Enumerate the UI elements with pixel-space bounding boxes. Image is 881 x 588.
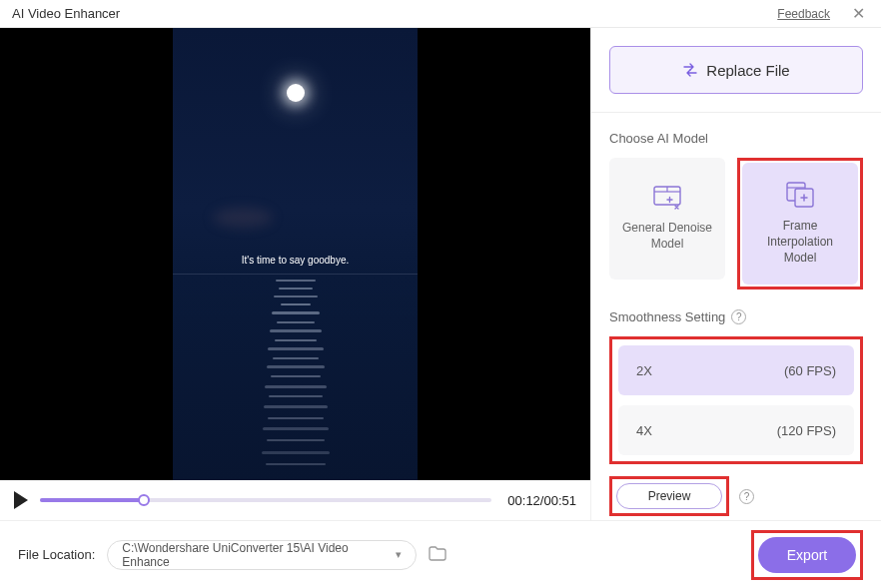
- denoise-icon: [653, 186, 681, 210]
- help-icon[interactable]: ?: [731, 309, 746, 324]
- video-area[interactable]: It's time to say goodbye.: [0, 28, 590, 480]
- smoothness-2x-fps: (60 FPS): [784, 363, 836, 378]
- model-options: General Denoise Model Frame Interpolatio…: [609, 158, 863, 290]
- file-location-label: File Location:: [18, 547, 95, 562]
- seek-thumb[interactable]: [138, 494, 150, 506]
- video-frame: It's time to say goodbye.: [173, 28, 418, 480]
- feedback-link[interactable]: Feedback: [777, 7, 830, 21]
- smoothness-2x-option[interactable]: 2X (60 FPS): [618, 345, 854, 395]
- highlight-model: Frame Interpolation Model: [737, 158, 863, 290]
- titlebar: AI Video Enhancer Feedback ✕: [0, 0, 881, 28]
- smoothness-2x-mult: 2X: [636, 363, 652, 378]
- interpolation-icon: [786, 182, 814, 208]
- chevron-down-icon: ▾: [396, 548, 402, 561]
- moon-graphic: [287, 84, 305, 102]
- file-location-path: C:\Wondershare UniConverter 15\AI Video …: [122, 541, 396, 569]
- playback-controls: 00:12/00:51: [0, 480, 590, 520]
- highlight-preview: Preview: [609, 476, 729, 516]
- interpolation-model-card[interactable]: Frame Interpolation Model: [742, 163, 858, 285]
- settings-pane: Replace File Choose AI Model General Den…: [590, 28, 881, 520]
- denoise-model-card[interactable]: General Denoise Model: [609, 158, 725, 280]
- smoothness-section-label: Smoothness Setting ?: [609, 309, 863, 324]
- play-icon[interactable]: [14, 491, 28, 509]
- cloud-graphic: [213, 208, 273, 228]
- model-section-label: Choose AI Model: [609, 131, 863, 146]
- smoothness-section-text: Smoothness Setting: [609, 309, 725, 324]
- smoothness-4x-option[interactable]: 4X (120 FPS): [618, 405, 854, 455]
- seek-fill: [40, 498, 144, 502]
- video-subtitle: It's time to say goodbye.: [242, 255, 350, 266]
- file-location-select[interactable]: C:\Wondershare UniConverter 15\AI Video …: [107, 540, 417, 570]
- preview-button[interactable]: Preview: [616, 483, 722, 509]
- swap-icon: [682, 63, 698, 77]
- help-icon[interactable]: ?: [739, 489, 754, 504]
- close-icon[interactable]: ✕: [848, 4, 869, 23]
- replace-file-button[interactable]: Replace File: [609, 46, 863, 94]
- bottom-bar: File Location: C:\Wondershare UniConvert…: [0, 520, 881, 588]
- time-display: 00:12/00:51: [507, 493, 576, 508]
- highlight-smoothness: 2X (60 FPS) 4X (120 FPS): [609, 336, 863, 464]
- replace-file-label: Replace File: [706, 62, 789, 79]
- app-title: AI Video Enhancer: [12, 6, 120, 21]
- interpolation-model-label: Frame Interpolation Model: [750, 218, 850, 267]
- moon-reflection: [261, 274, 331, 480]
- highlight-export: Export: [751, 530, 863, 580]
- smoothness-4x-mult: 4X: [636, 423, 652, 438]
- video-pane: It's time to say goodbye.: [0, 28, 590, 520]
- seek-slider[interactable]: [40, 498, 491, 502]
- folder-icon[interactable]: [429, 546, 446, 564]
- smoothness-4x-fps: (120 FPS): [777, 423, 836, 438]
- denoise-model-label: General Denoise Model: [617, 220, 717, 252]
- export-button[interactable]: Export: [758, 537, 856, 573]
